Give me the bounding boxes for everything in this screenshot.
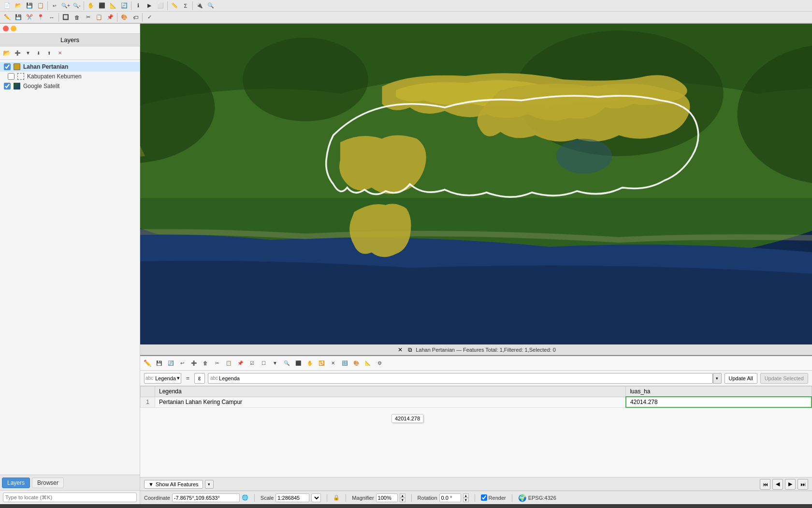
- delete-selected-btn[interactable]: 🗑: [72, 12, 82, 23]
- rotation-up[interactable]: ▲: [463, 493, 469, 498]
- filter-layer-btn[interactable]: ▼: [23, 48, 33, 58]
- copy-row-btn[interactable]: 📋: [223, 358, 234, 369]
- deselect-btn[interactable]: ⬜: [155, 0, 166, 11]
- delete-row-btn[interactable]: 🗑: [200, 358, 211, 369]
- style-btn[interactable]: 🎨: [119, 12, 130, 23]
- check-geometry-btn[interactable]: ✓: [144, 12, 155, 23]
- render-checkbox[interactable]: [481, 494, 487, 501]
- magnifier-up[interactable]: ▲: [400, 493, 406, 498]
- cut-features-btn[interactable]: ✂: [83, 12, 93, 23]
- close-table-btn[interactable]: ✕: [396, 346, 404, 354]
- expand-layer-btn[interactable]: ⬇: [34, 48, 44, 58]
- pan-btn[interactable]: ✋: [86, 0, 96, 11]
- cut-row-btn[interactable]: ✂: [212, 358, 222, 369]
- reload-btn[interactable]: 🔄: [165, 358, 176, 369]
- select-all-btn[interactable]: ☑: [246, 358, 257, 369]
- move-feature-btn[interactable]: ↔: [46, 12, 57, 23]
- more-options-btn[interactable]: ⚙: [374, 358, 385, 369]
- map-container[interactable]: [140, 24, 812, 344]
- zoom-selection-btn[interactable]: 🔄: [119, 0, 130, 11]
- scale-dropdown[interactable]: ▾: [311, 493, 321, 502]
- data-table-container[interactable]: Legenda luas_ha 1 Pertanian Lahan Kering…: [140, 386, 812, 477]
- add-layer-btn[interactable]: ➕: [13, 48, 22, 58]
- open-btn[interactable]: 📂: [13, 0, 24, 11]
- zoom-selected-btn[interactable]: ⬛: [293, 358, 304, 369]
- show-features-btn[interactable]: ▼ Show All Features: [144, 480, 203, 489]
- filter-table-btn[interactable]: ▼: [270, 358, 280, 369]
- dock-undock-btn[interactable]: 📐: [362, 358, 373, 369]
- minimize-panel-btn[interactable]: [11, 26, 16, 31]
- open-layer-btn[interactable]: 📂: [2, 48, 12, 58]
- collapse-layer-btn[interactable]: ⬆: [44, 48, 54, 58]
- search-btn[interactable]: 🔍: [205, 0, 216, 11]
- layer-checkbox-kabupaten[interactable]: [8, 73, 14, 80]
- deselect-all-btn[interactable]: ☐: [258, 358, 269, 369]
- zoom-full-btn[interactable]: ⬛: [97, 0, 107, 11]
- last-page-btn[interactable]: ⏭: [798, 479, 808, 490]
- zoom-map-btn[interactable]: 🔍: [281, 358, 292, 369]
- measure-btn[interactable]: 📏: [169, 0, 180, 11]
- layer-checkbox-satelit[interactable]: [4, 83, 11, 90]
- crs-icon[interactable]: 🌐: [242, 494, 248, 501]
- tab-browser[interactable]: Browser: [32, 478, 64, 488]
- field-calc-btn[interactable]: 🔢: [339, 358, 350, 369]
- pan-map-btn[interactable]: ✋: [304, 358, 315, 369]
- remove-layer-btn[interactable]: ✕: [55, 48, 65, 58]
- remove-filter-btn[interactable]: ✕: [328, 358, 338, 369]
- toggle-edit-btn[interactable]: ✏️: [2, 12, 13, 23]
- invert-selection-btn[interactable]: 🔁: [316, 358, 327, 369]
- paste-features-btn[interactable]: 📌: [105, 12, 116, 23]
- identify-btn[interactable]: ℹ: [133, 0, 144, 11]
- new-btn[interactable]: 📄: [2, 0, 13, 11]
- layer-item-kabupaten[interactable]: Kabupaten Kebumen: [0, 72, 140, 81]
- epsilon-btn[interactable]: ε: [194, 373, 205, 384]
- rotation-down[interactable]: ▼: [463, 498, 469, 502]
- layer-checkbox-lahan[interactable]: [4, 63, 11, 70]
- statistics-btn[interactable]: Σ: [180, 0, 191, 11]
- save-as-btn[interactable]: 📋: [35, 0, 46, 11]
- epsg-item[interactable]: 🌍 EPSG:4326: [518, 494, 556, 502]
- undo-table-btn[interactable]: ↩: [177, 358, 188, 369]
- cell-legenda-1[interactable]: Pertanian Lahan Kering Campur: [155, 397, 626, 407]
- node-tool-btn[interactable]: 🔲: [60, 12, 71, 23]
- tab-layers[interactable]: Layers: [2, 478, 30, 488]
- update-selected-btn[interactable]: Update Selected: [760, 373, 808, 384]
- digitize-btn[interactable]: ✂️: [24, 12, 35, 23]
- col-header-luas-ha[interactable]: luas_ha: [626, 387, 812, 397]
- coordinate-input[interactable]: [172, 493, 240, 502]
- expr-input[interactable]: abc Legenda: [208, 373, 713, 384]
- field-select[interactable]: abc Legenda ▾: [144, 373, 181, 384]
- save-table-btn[interactable]: 💾: [154, 358, 164, 369]
- add-feature-btn[interactable]: 📍: [35, 12, 46, 23]
- add-row-btn[interactable]: ➕: [188, 358, 199, 369]
- plugins-btn[interactable]: 🔌: [194, 0, 205, 11]
- locate-input[interactable]: [3, 493, 137, 502]
- paste-row-btn[interactable]: 📌: [235, 358, 246, 369]
- toggle-edit-table-btn[interactable]: ✏️: [142, 358, 153, 369]
- rotation-input[interactable]: [439, 493, 461, 502]
- conditional-format-btn[interactable]: 🎨: [351, 358, 362, 369]
- scale-input[interactable]: [276, 493, 309, 502]
- next-page-btn[interactable]: ▶: [785, 479, 796, 490]
- prev-page-btn[interactable]: ◀: [772, 479, 783, 490]
- layer-item-google-satelit[interactable]: Google Satelit: [0, 81, 140, 91]
- update-all-btn[interactable]: Update All: [725, 373, 757, 384]
- label-btn[interactable]: 🏷: [130, 12, 141, 23]
- layer-item-lahan-pertanian[interactable]: Lahan Pertanian: [0, 62, 140, 72]
- close-panel-btn[interactable]: [3, 26, 9, 31]
- first-page-btn[interactable]: ⏮: [760, 479, 770, 490]
- copy-features-btn[interactable]: 📋: [94, 12, 104, 23]
- zoom-in-btn[interactable]: 🔍+: [60, 0, 71, 11]
- save-layer-btn[interactable]: 💾: [13, 12, 24, 23]
- select-btn[interactable]: ▶: [144, 0, 155, 11]
- magnifier-down[interactable]: ▼: [400, 498, 406, 502]
- col-header-legenda[interactable]: Legenda: [155, 387, 626, 397]
- magnifier-input[interactable]: [376, 493, 398, 502]
- lock-icon[interactable]: 🔒: [333, 494, 340, 501]
- zoom-out-btn[interactable]: 🔍-: [72, 0, 82, 11]
- undo-btn[interactable]: ↩: [49, 0, 60, 11]
- table-row[interactable]: 1 Pertanian Lahan Kering Campur 42014.27…: [141, 397, 812, 407]
- expr-dropdown-arrow[interactable]: ▾: [713, 373, 722, 384]
- cell-luas-ha-1[interactable]: 42014.278: [626, 397, 812, 407]
- save-btn[interactable]: 💾: [24, 0, 35, 11]
